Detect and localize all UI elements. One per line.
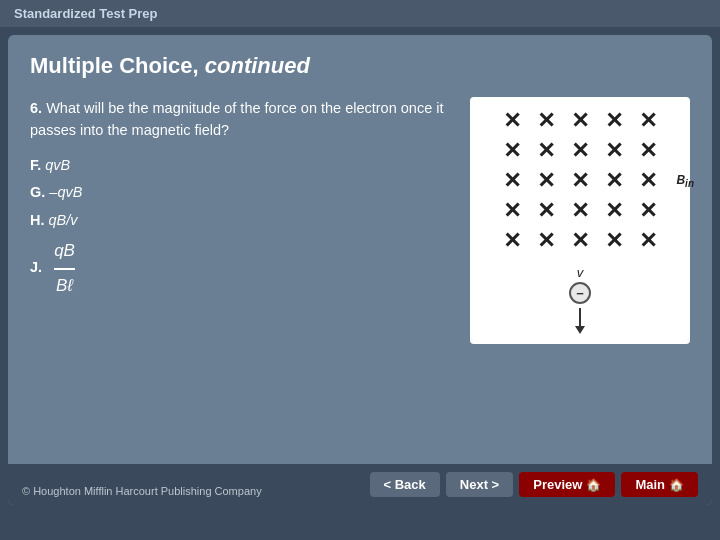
cross-cell: ✕ xyxy=(530,167,562,195)
cross-cell: ✕ xyxy=(496,227,528,255)
cross-cell: ✕ xyxy=(530,137,562,165)
fraction-denominator: Bℓ xyxy=(56,270,73,302)
preview-icon: 🏠 xyxy=(586,478,601,492)
main-label: Main xyxy=(635,477,665,492)
choice-j-fraction: qB Bℓ xyxy=(54,235,75,303)
choice-g-text: –qvB xyxy=(49,184,82,200)
next-button[interactable]: Next > xyxy=(446,472,513,497)
cross-cell: ✕ xyxy=(632,137,664,165)
main-icon: 🏠 xyxy=(669,478,684,492)
arrow-tip xyxy=(575,326,585,334)
cross-grid: ✕ ✕ ✕ ✕ ✕ ✕ ✕ ✕ ✕ ✕ ✕ ✕ ✕ ✕ ✕ xyxy=(496,107,664,255)
cross-cell: ✕ xyxy=(564,167,596,195)
cross-cell: ✕ xyxy=(598,167,630,195)
question-area: 6. What will be the magnitude of the for… xyxy=(30,97,690,344)
cross-cell: ✕ xyxy=(564,227,596,255)
cross-cell: ✕ xyxy=(530,107,562,135)
choice-j-letter: J. xyxy=(30,259,42,275)
choice-h-letter: H. xyxy=(30,212,45,228)
question-text-block: 6. What will be the magnitude of the for… xyxy=(30,97,450,344)
preview-button[interactable]: Preview 🏠 xyxy=(519,472,615,497)
cross-cell: ✕ xyxy=(598,197,630,225)
choice-f-text: qvB xyxy=(45,157,70,173)
header-bar: Standardized Test Prep xyxy=(0,0,720,27)
title-italic: continued xyxy=(199,53,310,78)
arrow-line xyxy=(579,308,581,326)
choice-g-letter: G. xyxy=(30,184,45,200)
choice-f: F.qvB xyxy=(30,152,450,180)
choice-f-letter: F. xyxy=(30,157,41,173)
back-button[interactable]: < Back xyxy=(370,472,440,497)
choice-g: G.–qvB xyxy=(30,179,450,207)
cross-cell: ✕ xyxy=(598,107,630,135)
question-stem: 6. What will be the magnitude of the for… xyxy=(30,97,450,142)
cross-cell-b-label: ✕ Bin xyxy=(632,167,664,195)
electron-circle: − xyxy=(569,282,591,304)
choice-h-text: qB/v xyxy=(49,212,78,228)
cross-cell: ✕ xyxy=(564,107,596,135)
cross-cell: ✕ xyxy=(632,197,664,225)
magnetic-diagram: ✕ ✕ ✕ ✕ ✕ ✕ ✕ ✕ ✕ ✕ ✕ ✕ ✕ ✕ ✕ xyxy=(470,97,690,344)
choice-j: J. qB Bℓ xyxy=(30,235,450,303)
main-content: Multiple Choice, continued 6. What will … xyxy=(8,35,712,505)
main-button[interactable]: Main 🏠 xyxy=(621,472,698,497)
cross-cell: ✕ xyxy=(564,197,596,225)
v-label: v xyxy=(577,265,584,280)
question-body: What will be the magnitude of the force … xyxy=(30,100,444,138)
cross-cell: ✕ xyxy=(496,107,528,135)
copyright: © Houghton Mifflin Harcourt Publishing C… xyxy=(8,477,276,505)
section-title: Multiple Choice, continued xyxy=(30,53,690,79)
cross-cell: ✕ xyxy=(564,137,596,165)
b-in-label: Bin xyxy=(676,173,694,189)
cross-cell: ✕ xyxy=(598,227,630,255)
electron-minus: − xyxy=(576,286,584,301)
diagram-bottom: v − xyxy=(569,261,591,334)
header-title: Standardized Test Prep xyxy=(14,6,158,21)
choice-h: H.qB/v xyxy=(30,207,450,235)
velocity-arrow: v − xyxy=(569,265,591,334)
cross-cell: ✕ xyxy=(496,137,528,165)
preview-label: Preview xyxy=(533,477,582,492)
cross-cell: ✕ xyxy=(530,197,562,225)
cross-cell: ✕ xyxy=(598,137,630,165)
title-normal: Multiple Choice, xyxy=(30,53,199,78)
cross-cell: ✕ xyxy=(496,197,528,225)
question-number: 6. xyxy=(30,100,42,116)
copyright-text: © Houghton Mifflin Harcourt Publishing C… xyxy=(22,485,262,497)
cross-cell: ✕ xyxy=(632,227,664,255)
cross-cell: ✕ xyxy=(530,227,562,255)
cross-grid-wrapper: ✕ ✕ ✕ ✕ ✕ ✕ ✕ ✕ ✕ ✕ ✕ ✕ ✕ ✕ ✕ xyxy=(496,107,664,255)
choices-list: F.qvB G.–qvB H.qB/v J. qB Bℓ xyxy=(30,152,450,302)
cross-cell: ✕ xyxy=(632,107,664,135)
cross-cell: ✕ xyxy=(496,167,528,195)
fraction-numerator: qB xyxy=(54,235,75,270)
